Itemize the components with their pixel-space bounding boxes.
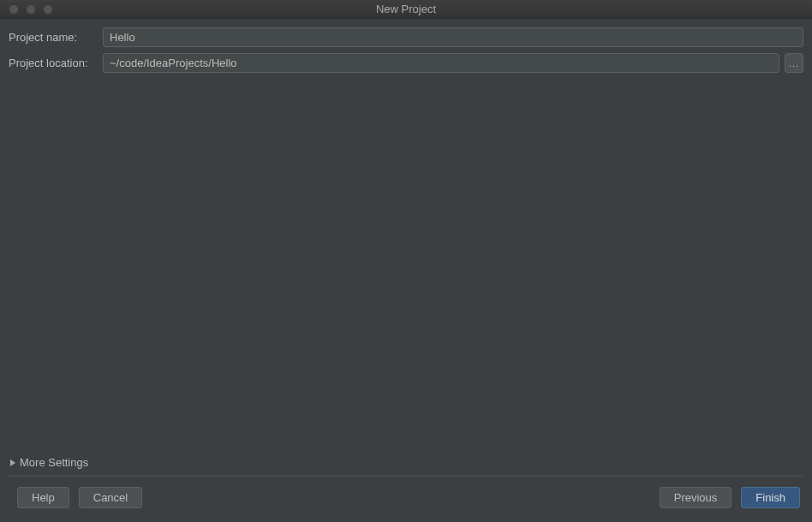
traffic-lights: [0, 4, 53, 15]
button-spacer: [152, 487, 650, 508]
project-location-label: Project location:: [9, 57, 98, 69]
ellipsis-icon: ...: [789, 58, 799, 69]
spacer: [9, 73, 803, 453]
minimize-window-icon[interactable]: [26, 4, 36, 15]
project-name-row: Project name:: [9, 27, 803, 47]
finish-button[interactable]: Finish: [741, 487, 800, 508]
more-settings-label: More Settings: [20, 456, 88, 469]
previous-button[interactable]: Previous: [660, 487, 732, 508]
cancel-button[interactable]: Cancel: [79, 487, 142, 508]
browse-location-button[interactable]: ...: [785, 53, 803, 73]
separator: [9, 476, 803, 477]
more-settings-toggle[interactable]: More Settings: [9, 453, 803, 476]
project-location-input[interactable]: [103, 53, 779, 73]
window-titlebar: New Project: [0, 0, 812, 19]
help-button[interactable]: Help: [17, 487, 69, 508]
button-bar: Help Cancel Previous Finish: [9, 487, 803, 522]
dialog-content: Project name: Project location: ... More…: [0, 19, 812, 522]
expand-triangle-icon: [10, 459, 15, 466]
project-location-row: Project location: ...: [9, 53, 803, 73]
form-area: Project name: Project location: ...: [9, 27, 803, 73]
project-name-input[interactable]: [103, 27, 803, 47]
zoom-window-icon[interactable]: [43, 4, 53, 15]
close-window-icon[interactable]: [9, 4, 19, 15]
window-title: New Project: [0, 3, 812, 15]
project-name-label: Project name:: [9, 31, 98, 44]
